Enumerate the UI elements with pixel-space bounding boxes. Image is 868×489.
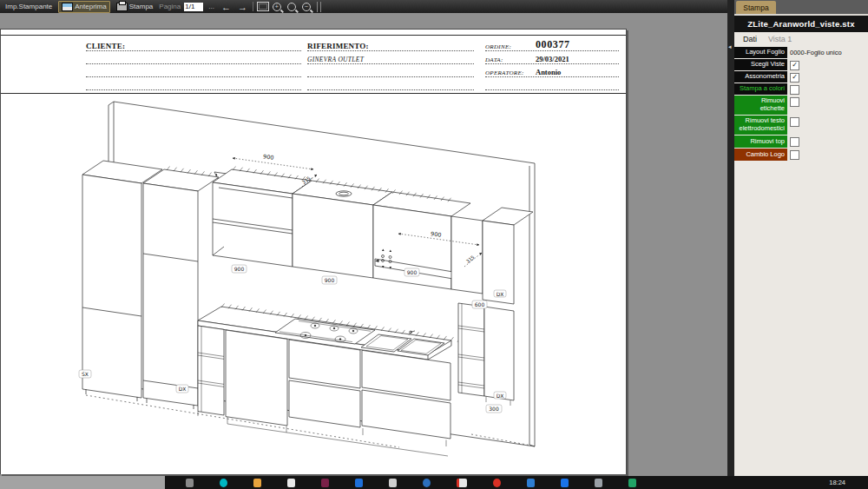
cambio-logo-button[interactable]: Cambio Logo <box>734 149 787 161</box>
side-dx-base-label: DX <box>179 386 187 392</box>
rimuovi-etichette-button[interactable]: Rimuovi etichette <box>734 96 787 115</box>
taskbar-app-icon[interactable] <box>287 479 295 487</box>
zoom-in-icon[interactable]: + <box>273 3 281 11</box>
order-column: ORDINE: 000377 DATA: 29/03/2021 OPERATOR… <box>485 38 619 90</box>
date-label: DATA: <box>485 57 536 63</box>
taskbar-search-icon[interactable] <box>186 479 194 487</box>
toolbar-separator <box>253 2 253 11</box>
taskbar-app-icon[interactable] <box>321 479 329 487</box>
reference-column: RIFERIMENTO: GINEVRA OUTLET <box>307 38 474 90</box>
taskbar-clock[interactable]: 18:24 <box>829 479 845 486</box>
panel-splitter[interactable]: ◂ <box>727 0 734 476</box>
cab-c-width-label: 900 <box>407 269 418 275</box>
row-stampa-colori: Stampa a colori <box>734 83 868 95</box>
picture-icon <box>62 3 73 11</box>
order-label: ORDINE: <box>485 44 536 50</box>
page-number-input[interactable] <box>184 3 203 11</box>
side-dx-wall-label: DX <box>496 291 504 297</box>
toolbar-end-separator <box>317 2 321 12</box>
taskbar-app-icon[interactable] <box>423 479 431 487</box>
taskbar-app-icon[interactable] <box>355 479 363 487</box>
taskbar-app-icon[interactable] <box>493 479 501 487</box>
taskbar-app-icon[interactable] <box>253 479 261 487</box>
zoom-out-icon[interactable]: − <box>302 3 311 11</box>
row-rimuovi-testo: Rimuovi testo elettrodomestici <box>734 116 868 135</box>
client-label: CLIENTE: <box>86 43 125 50</box>
taskbar-app-icon[interactable] <box>628 479 636 487</box>
kitchen-drawing: 900 900 315 315 <box>0 90 627 474</box>
panel-tabs: Dati Vista 1 <box>734 32 868 46</box>
assonometria-button[interactable]: Assonometria <box>734 71 787 83</box>
rimuovi-testo-button[interactable]: Rimuovi testo elettrodomestici <box>734 116 787 135</box>
dim-top-label: 900 <box>263 153 274 162</box>
scegli-viste-checkbox[interactable]: ✓ <box>790 61 799 70</box>
rimuovi-top-button[interactable]: Rimuovi top <box>734 135 787 148</box>
taskbar-app-icon[interactable] <box>595 479 602 487</box>
tab-stampa[interactable]: Stampa <box>736 1 776 14</box>
side-dx-lower-label: DX <box>496 393 504 399</box>
layout-foglio-button[interactable]: Layout Foglio <box>734 47 787 58</box>
taskbar-icons <box>165 476 868 489</box>
taskbar-app-icon[interactable] <box>220 479 227 487</box>
side-sx-label: SX <box>82 371 89 377</box>
layout-foglio-value[interactable]: 0000-Foglio unico <box>787 47 842 58</box>
cab-b-width-label: 900 <box>325 277 335 283</box>
tab-vista-1[interactable]: Vista 1 <box>768 35 792 43</box>
printer-setup-button[interactable]: Imp.Stampante <box>3 2 55 12</box>
client-column: CLIENTE: <box>86 38 301 90</box>
rimuovi-top-checkbox[interactable] <box>790 137 799 147</box>
cab-a-width-label: 900 <box>234 266 245 272</box>
print-label: Stampa <box>129 3 154 10</box>
more-pages-button[interactable]: ... <box>207 3 216 10</box>
printer-icon <box>116 3 128 11</box>
cambio-logo-checkbox[interactable] <box>790 150 799 160</box>
operator-value: Antonio <box>536 69 561 76</box>
open-shelf-unit-right <box>458 303 514 406</box>
row-assonometria: Assonometria ✓ <box>734 71 868 83</box>
scegli-viste-button[interactable]: Scegli Viste <box>734 59 787 70</box>
stampa-colori-button[interactable]: Stampa a colori <box>734 83 787 95</box>
panel-top-strip: Stampa <box>734 0 868 14</box>
document-header: CLIENTE: RIFERIMENTO: GINEVRA OUTLET ORD… <box>1 35 626 94</box>
date-value: 29/03/2021 <box>536 56 569 63</box>
stampa-colori-checkbox[interactable] <box>790 85 799 95</box>
right-height-label: 600 <box>475 301 485 307</box>
row-rimuovi-top: Rimuovi top <box>734 135 868 148</box>
preview-button[interactable]: Anteprima <box>58 1 109 13</box>
document-title: ZLite_Aranworld_viste.stx <box>734 14 868 32</box>
print-options-panel: Stampa ZLite_Aranworld_viste.stx Dati Vi… <box>734 0 868 476</box>
operator-label: OPERATORE: <box>485 70 536 76</box>
reference-label: RIFERIMENTO: <box>307 43 369 50</box>
fit-page-icon[interactable] <box>257 2 269 11</box>
rimuovi-testo-checkbox[interactable] <box>790 117 799 127</box>
taskbar-app-icon[interactable] <box>389 479 397 487</box>
order-number: 000377 <box>536 39 570 50</box>
tab-dati[interactable]: Dati <box>743 35 757 43</box>
print-preview-page: CLIENTE: RIFERIMENTO: GINEVRA OUTLET ORD… <box>0 29 627 474</box>
page-label: Pagina <box>159 3 181 10</box>
collapse-panel-icon[interactable]: ◂ <box>728 43 732 50</box>
taskbar-app-icon[interactable] <box>457 479 467 487</box>
row-layout-foglio: Layout Foglio 0000-Foglio unico <box>734 47 868 58</box>
taskbar-left-area <box>0 476 165 489</box>
print-button[interactable]: Stampa <box>114 2 156 12</box>
printer-setup-label: Imp.Stampante <box>5 3 52 10</box>
windows-taskbar: 18:24 <box>0 476 868 489</box>
row-cambio-logo: Cambio Logo <box>734 149 868 161</box>
next-page-icon[interactable]: → <box>236 3 249 11</box>
preview-label: Anteprima <box>75 3 106 10</box>
reference-value: GINEVRA OUTLET <box>307 56 364 63</box>
assonometria-checkbox[interactable]: ✓ <box>790 73 799 83</box>
dim-right-label: 900 <box>431 230 442 239</box>
taskbar-app-icon[interactable] <box>561 479 569 487</box>
zoom-reset-icon[interactable] <box>287 3 296 11</box>
taskbar-app-icon[interactable] <box>527 479 535 487</box>
row-rimuovi-etichette: Rimuovi etichette <box>734 96 868 115</box>
print-preview-toolbar: Imp.Stampante Anteprima Stampa Pagina ..… <box>0 0 733 13</box>
rimuovi-etichette-checkbox[interactable] <box>790 97 799 107</box>
previous-page-icon[interactable]: ← <box>220 3 233 11</box>
option-rows: Layout Foglio 0000-Foglio unico Scegli V… <box>734 46 868 161</box>
row-scegli-viste: Scegli Viste ✓ <box>734 59 868 70</box>
right-depth-label: 300 <box>489 406 499 412</box>
